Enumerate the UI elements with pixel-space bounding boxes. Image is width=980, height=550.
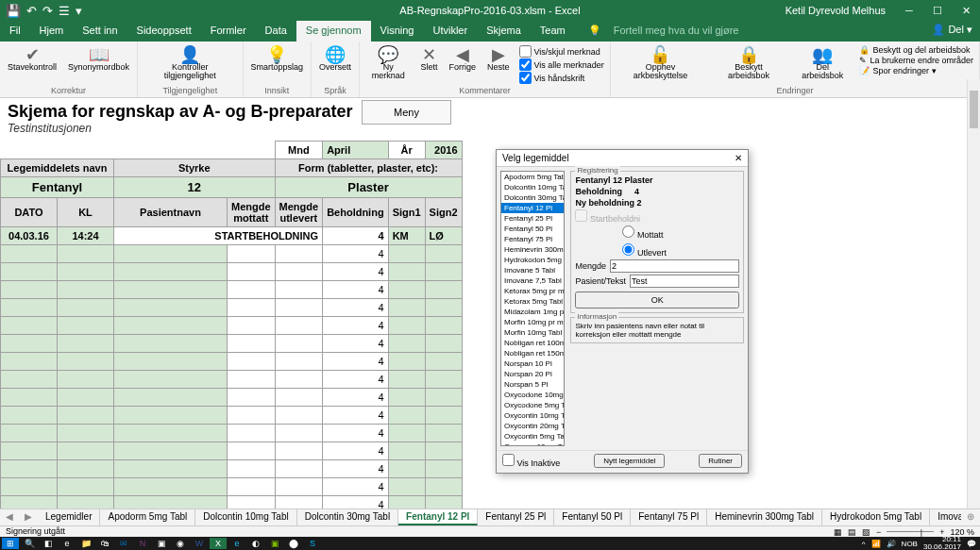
chk-visinaktive[interactable]: Vis Inaktive (502, 454, 560, 468)
edge-icon[interactable]: e (59, 538, 76, 549)
chk-track[interactable]: 📝Spor endringer ▾ (859, 66, 973, 75)
taskview-icon[interactable]: ◧ (40, 538, 57, 549)
nytt-legemiddel-button[interactable]: Nytt legemiddel (594, 454, 665, 468)
list-item[interactable]: Dolcontin 30mg Tabl (501, 192, 564, 203)
list-item[interactable]: Norspan 20 Pl (501, 369, 564, 379)
sheet-tab[interactable]: Heminevrin 300mg Tabl (707, 509, 822, 525)
sheet-tab[interactable]: Fentanyl 25 Pl (478, 509, 554, 525)
smartlookup-button[interactable]: 💡Smartoppslag (247, 43, 308, 73)
newcomment-button[interactable]: 💬Ny merknad (363, 43, 413, 86)
delete-button[interactable]: ✕Slett (416, 43, 441, 86)
start-icon[interactable]: ⊞ (2, 538, 19, 549)
qat-more-icon[interactable]: ▾ (76, 4, 82, 18)
tab-hjem[interactable]: Hjem (30, 21, 74, 42)
tab-skjema[interactable]: Skjema (477, 21, 531, 42)
tray-lang[interactable]: NOB (902, 540, 918, 548)
list-item[interactable]: Oxynorm 10mg Tabl (501, 442, 564, 446)
view-normal-icon[interactable]: ▦ (834, 527, 842, 537)
tab-sideoppsett[interactable]: Sideoppsett (127, 21, 201, 42)
accessibility-button[interactable]: 👤Kontroller tilgjengelighet (142, 43, 238, 81)
cell-kl[interactable]: 14:24 (58, 227, 114, 245)
app4-icon[interactable]: ⬤ (285, 538, 302, 549)
tab-formler[interactable]: Formler (201, 21, 256, 42)
share-wb-button[interactable]: 👥Del arbeidsbok (791, 43, 853, 81)
sheet-tab[interactable]: Dolcontin 30mg Tabl (297, 509, 398, 525)
view-page-icon[interactable]: ▤ (848, 527, 856, 537)
list-item[interactable]: Dolcontin 10mg Tabl (501, 182, 564, 192)
outlook-icon[interactable]: ✉ (115, 538, 132, 549)
zoom-out-icon[interactable]: − (876, 527, 881, 537)
maximize-icon[interactable]: ☐ (923, 5, 952, 17)
tab-fil[interactable]: Fil (0, 21, 30, 42)
sheet-tab[interactable]: Dolcontin 10mg Tabl (195, 509, 296, 525)
chk-ink[interactable]: Vis håndskrift (519, 72, 604, 84)
sheetnav-prev-icon[interactable]: ◀ (0, 509, 19, 525)
list-item[interactable]: Fentanyl 75 Pl (501, 234, 564, 244)
list-item[interactable]: Oxycodone 10mg Tabl (501, 390, 564, 400)
list-item[interactable]: Imovane 7,5 Tabl (501, 275, 564, 286)
tell-me[interactable]: 💡 Fortell meg hva du vil gjøre (579, 21, 758, 42)
list-item[interactable]: Ketorax 5mg pr ml Amp (501, 286, 564, 296)
word-icon[interactable]: W (191, 538, 208, 549)
sheet-tab[interactable]: Legemidler (38, 509, 100, 525)
thesaurus-button[interactable]: 📖Synonymordbok (64, 43, 133, 73)
cell-s2[interactable]: LØ (425, 227, 462, 245)
list-item[interactable]: Morfin 10mg pr ml Amp (501, 317, 564, 327)
list-item[interactable]: Nobligan ret 150mg Tabl (501, 348, 564, 358)
tray-net-icon[interactable]: 📶 (871, 540, 881, 548)
skype-icon[interactable]: S (304, 538, 321, 549)
mengde-input[interactable] (610, 259, 739, 273)
chk-startbeh[interactable]: Startbeholdni (575, 209, 640, 224)
explorer-icon[interactable]: 📁 (77, 538, 94, 549)
sheet-tab[interactable]: Hydrokodon 5mg Tabl (822, 509, 930, 525)
list-item[interactable]: Fentanyl 25 Pl (501, 213, 564, 224)
list-item[interactable]: Norspan 10 Pl (501, 358, 564, 369)
unprotect-button[interactable]: 🔓Opphev arkbeskyttelse (615, 43, 706, 81)
list-item[interactable]: Imovane 5 Tabl (501, 265, 564, 275)
tray-notif-icon[interactable]: 💬 (967, 540, 976, 548)
ie-icon[interactable]: e (228, 538, 245, 549)
list-item[interactable]: Fentanyl 12 Pl (501, 203, 564, 213)
chrome-icon[interactable]: ◉ (172, 538, 189, 549)
undo-icon[interactable]: ↶ (26, 4, 37, 18)
onenote-icon[interactable]: N (134, 538, 151, 549)
list-item[interactable]: Apodorm 5mg Tabl (501, 172, 564, 182)
excel-icon[interactable]: X (210, 538, 227, 549)
app-icon[interactable]: ▣ (153, 538, 170, 549)
store-icon[interactable]: 🛍 (96, 538, 113, 549)
chk-showall[interactable]: Vis alle merknader (519, 58, 604, 71)
list-item[interactable]: Oxycodone 5mg Tabl (501, 400, 564, 410)
touch-icon[interactable]: ☰ (59, 4, 70, 18)
chk-protectshare[interactable]: 🔒Beskytt og del arbeidsbok (859, 45, 973, 55)
rutiner-button[interactable]: Rutiner (699, 454, 742, 468)
list-item[interactable]: Morfin 10mg Tabl (501, 327, 564, 338)
protect-button[interactable]: 🔒Beskytt arbeidsbok (710, 43, 787, 81)
close-icon[interactable]: ✕ (952, 5, 980, 17)
sheet-tab[interactable]: Fentanyl 75 Pl (631, 509, 707, 525)
app2-icon[interactable]: ◐ (247, 538, 264, 549)
search-icon[interactable]: 🔍 (21, 538, 38, 549)
spellcheck-button[interactable]: ✔Stavekontroll (4, 43, 60, 73)
list-item[interactable]: Oxycontin 10mg Tabl (501, 410, 564, 421)
chk-allowedit[interactable]: ✎La brukerne endre områder (859, 56, 973, 65)
minimize-icon[interactable]: ─ (895, 5, 923, 17)
worksheet[interactable]: Skjema for regnskap av A- og B-preparate… (0, 98, 980, 514)
list-item[interactable]: Heminevrin 300mg Tabl (501, 244, 564, 255)
sheet-tab[interactable]: Imovane 5 Tabl (930, 509, 961, 525)
redo-icon[interactable]: ↷ (42, 4, 53, 18)
sheet-tab[interactable]: Apodorm 5mg Tabl (100, 509, 195, 525)
sheet-grid[interactable]: Mnd April År 2016 Legemiddelets navn Sty… (0, 141, 463, 514)
next-button[interactable]: ▶Neste (483, 43, 514, 86)
ok-button[interactable]: OK (575, 292, 739, 308)
cell-dato[interactable]: 04.03.16 (1, 227, 58, 245)
cell-beh[interactable]: 4 (323, 227, 389, 245)
radio-utlevert[interactable]: Utlevert (622, 243, 667, 258)
list-item[interactable]: Hydrokodon 5mg Tabl (501, 255, 564, 265)
prev-button[interactable]: ◀Forrige (445, 43, 480, 86)
meny-button[interactable]: Meny (362, 100, 451, 125)
list-item[interactable]: Midazolam 1mg pr ml Amp (501, 307, 564, 317)
pasient-input[interactable] (630, 275, 739, 288)
sheet-add-icon[interactable]: ⊕ (961, 509, 980, 525)
tab-segjennom[interactable]: Se gjennom (296, 21, 371, 42)
cell-s1[interactable]: KM (388, 227, 425, 245)
